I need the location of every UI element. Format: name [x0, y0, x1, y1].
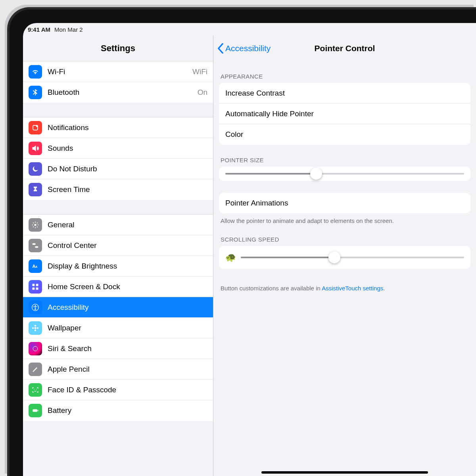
sidebar-item-battery[interactable]: Battery: [23, 400, 213, 421]
slider-thumb[interactable]: [310, 168, 322, 180]
sidebar-item-label: Screen Time: [48, 185, 207, 194]
svg-rect-7: [33, 284, 35, 286]
svg-point-18: [33, 346, 38, 351]
svg-point-1: [36, 125, 38, 127]
sidebar-item-faceid[interactable]: Face ID & Passcode: [23, 380, 213, 400]
sidebar-item-pencil[interactable]: Apple Pencil: [23, 359, 213, 380]
svg-rect-10: [36, 287, 38, 290]
cell-label: Automatically Hide Pointer: [225, 109, 314, 118]
cell-increase-contrast[interactable]: Increase Contrast: [219, 83, 470, 104]
sidebar-item-label: Do Not Disturb: [48, 165, 207, 173]
svg-point-17: [37, 327, 38, 328]
sidebar-item-label: General: [48, 221, 207, 229]
sidebar-item-bluetooth[interactable]: BluetoothOn: [23, 82, 213, 103]
back-button[interactable]: Accessibility: [217, 43, 271, 54]
turtle-icon: 🐢: [225, 252, 236, 263]
sidebar-item-label: Wi-Fi: [48, 67, 192, 76]
sidebar-item-label: Bluetooth: [48, 88, 198, 97]
svg-point-15: [35, 329, 36, 331]
siri-icon: [29, 342, 42, 355]
pencil-icon: [29, 363, 42, 376]
switches-icon: [29, 239, 42, 252]
sidebar-item-wifi[interactable]: Wi-FiWiFi: [23, 61, 213, 82]
cell-auto-hide[interactable]: Automatically Hide Pointer: [219, 104, 470, 124]
footer-prefix: Button customizations are available in: [221, 285, 322, 292]
scrolling-speed-slider[interactable]: [241, 257, 464, 258]
pointer-animations-footer: Allow the pointer to animate and adapt t…: [213, 213, 476, 224]
sidebar-item-notifications[interactable]: Notifications: [23, 117, 213, 138]
svg-text:A: A: [35, 265, 38, 269]
back-label: Accessibility: [225, 44, 271, 53]
svg-point-16: [32, 327, 34, 328]
customization-footer: Button customizations are available in A…: [213, 269, 476, 292]
bluetooth-icon: [29, 86, 42, 99]
svg-point-20: [36, 389, 37, 390]
chevron-left-icon: [217, 43, 224, 54]
battery-icon: [29, 404, 42, 417]
sidebar-item-label: Apple Pencil: [48, 365, 207, 374]
text-size-icon: AA: [29, 259, 42, 273]
svg-rect-3: [33, 243, 36, 245]
scrolling-speed-slider-group: 🐢: [219, 246, 470, 269]
svg-rect-8: [36, 284, 38, 286]
sidebar-item-label: Sounds: [48, 144, 207, 153]
svg-point-13: [35, 327, 36, 329]
bell-icon: [29, 121, 42, 134]
sidebar-item-screentime[interactable]: Screen Time: [23, 179, 213, 200]
sidebar-item-value: On: [198, 88, 207, 97]
status-time: 9:41 AM: [28, 26, 50, 33]
faceid-icon: [29, 383, 42, 397]
home-indicator[interactable]: [261, 471, 428, 474]
sidebar-item-accessibility[interactable]: Accessibility: [23, 297, 213, 318]
svg-point-2: [35, 224, 36, 226]
sidebar-title: Settings: [23, 36, 213, 61]
sidebar-item-label: Siri & Search: [48, 344, 207, 353]
pointer-animations-group: Pointer Animations: [219, 193, 470, 213]
sidebar-item-label: Wallpaper: [48, 324, 207, 332]
sidebar-item-label: Notifications: [48, 123, 207, 132]
screen: 9:41 AM Mon Mar 2 Settings Wi-FiWiFiBlue…: [23, 23, 476, 476]
sidebar-item-general[interactable]: General: [23, 215, 213, 235]
pointer-animations-row[interactable]: Pointer Animations: [219, 193, 470, 213]
sidebar-item-controlcenter[interactable]: Control Center: [23, 235, 213, 256]
sidebar-item-dnd[interactable]: Do Not Disturb: [23, 159, 213, 179]
cell-color[interactable]: Color: [219, 124, 470, 145]
gear-icon: [29, 218, 42, 232]
accessibility-icon: [29, 301, 42, 314]
svg-rect-21: [33, 409, 37, 412]
sidebar-item-label: Home Screen & Dock: [48, 282, 207, 291]
footer-suffix: .: [383, 285, 385, 292]
sidebar-item-label: Battery: [48, 406, 207, 415]
sidebar-item-sounds[interactable]: Sounds: [23, 138, 213, 159]
status-bar: 9:41 AM Mon Mar 2: [23, 23, 476, 36]
appearance-group: Increase ContrastAutomatically Hide Poin…: [219, 83, 470, 145]
detail-pane: Accessibility Pointer Control APPEARANCE…: [213, 36, 476, 476]
flower-icon: [29, 321, 42, 335]
sidebar-item-label: Accessibility: [48, 303, 207, 312]
sidebar-item-home[interactable]: Home Screen & Dock: [23, 276, 213, 297]
wifi-icon: [29, 65, 42, 79]
section-label-scrolling-speed: SCROLLING SPEED: [213, 224, 476, 246]
sidebar-item-value: WiFi: [192, 67, 207, 76]
section-label-appearance: APPEARANCE: [213, 61, 476, 83]
pointer-size-slider[interactable]: [225, 173, 464, 175]
sidebar-item-display[interactable]: AADisplay & Brightness: [23, 256, 213, 276]
sidebar-item-siri[interactable]: Siri & Search: [23, 338, 213, 359]
device-frame: 9:41 AM Mon Mar 2 Settings Wi-FiWiFiBlue…: [7, 7, 476, 476]
nav-bar: Accessibility: [213, 36, 476, 61]
svg-rect-4: [35, 246, 38, 248]
speaker-icon: [29, 142, 42, 155]
svg-rect-9: [33, 287, 35, 290]
svg-point-12: [35, 305, 36, 306]
pointer-animations-label: Pointer Animations: [225, 199, 288, 207]
hourglass-icon: [29, 183, 42, 196]
settings-sidebar: Settings Wi-FiWiFiBluetoothOnNotificatio…: [23, 36, 213, 476]
cell-label: Color: [225, 130, 243, 139]
slider-thumb[interactable]: [328, 251, 340, 263]
sidebar-item-wallpaper[interactable]: Wallpaper: [23, 318, 213, 338]
pointer-size-slider-group: [219, 167, 470, 181]
svg-rect-22: [38, 410, 38, 411]
assistivetouch-link[interactable]: AssistiveTouch settings: [322, 285, 383, 292]
section-label-pointer-size: POINTER SIZE: [213, 145, 476, 167]
cell-label: Increase Contrast: [225, 89, 285, 98]
